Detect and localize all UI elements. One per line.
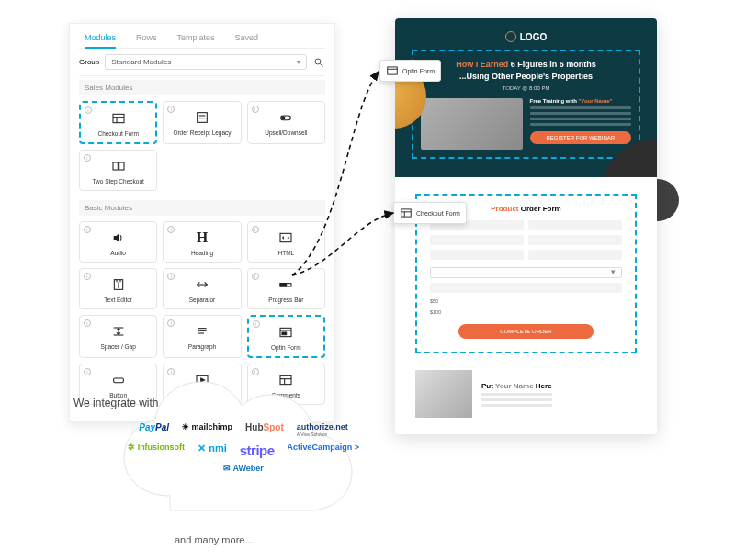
audio-icon — [108, 230, 129, 246]
steps-icon — [108, 158, 129, 174]
input-field[interactable] — [528, 250, 622, 260]
integrations-cloud: PayPal ✳ mailchimp HubSpot authorize.net… — [115, 367, 372, 523]
module-paragraph[interactable]: iParagraph — [163, 315, 241, 358]
heading-icon: H — [192, 230, 212, 246]
module-order-receipt[interactable]: iOrder Receipt Legacy — [163, 101, 241, 144]
module-text-editor[interactable]: iText Editor — [79, 268, 157, 309]
module-label: Order Receipt Legacy — [173, 129, 231, 136]
input-field[interactable] — [430, 283, 622, 293]
code-icon — [276, 230, 296, 246]
modules-panel: Modules Rows Templates Saved Group Stand… — [69, 23, 335, 422]
bio-section: Put Your Name Here — [395, 359, 657, 434]
brand-aweber: ✉ AWeber — [223, 464, 264, 473]
separator-icon — [192, 276, 212, 293]
brand-activecampaign: ActiveCampaign > — [288, 442, 359, 458]
hero-photo — [421, 98, 523, 150]
paragraph-icon — [192, 323, 212, 340]
drag-optin-form[interactable]: Optin Form — [379, 60, 441, 82]
brand-paypal: PayPal — [139, 422, 169, 437]
module-label: HTML — [277, 250, 294, 256]
module-label: Audio — [110, 250, 126, 256]
module-label: Spacer / Gap — [101, 343, 136, 350]
group-select[interactable]: Standard Modules — [105, 54, 307, 70]
tab-templates[interactable]: Templates — [177, 33, 215, 42]
country-select[interactable] — [430, 267, 622, 278]
input-field[interactable] — [430, 235, 524, 245]
brand-authorize: authorize.netA Visa Solution — [297, 422, 348, 437]
module-label: Progress Bar — [268, 297, 303, 303]
module-html[interactable]: iHTML — [247, 221, 325, 263]
module-label: Paragraph — [188, 343, 216, 350]
bio-lines — [481, 393, 552, 407]
drag-checkout-form[interactable]: Checkout Form — [393, 202, 467, 224]
headline: How I Earned 6 Figures in 6 months...Usi… — [421, 59, 631, 82]
svg-rect-12 — [280, 233, 291, 241]
category-basic: Basic Modules — [79, 200, 325, 216]
cta-complete-order[interactable]: COMPLETE ORDER — [458, 324, 593, 339]
svg-line-1 — [321, 63, 323, 66]
svg-rect-5 — [198, 113, 208, 123]
bio-title: Put Your Name Here — [481, 382, 552, 390]
input-field[interactable] — [430, 250, 524, 260]
search-icon[interactable] — [312, 56, 325, 69]
subheadline: TODAY @ 8:00 PM — [421, 85, 631, 91]
receipt-icon — [192, 109, 212, 126]
gap-icon — [108, 323, 129, 340]
tab-rows[interactable]: Rows — [136, 33, 157, 42]
tab-modules[interactable]: Modules — [85, 33, 116, 49]
svg-point-9 — [282, 117, 285, 119]
drag-label: Checkout Form — [416, 210, 460, 217]
module-label: Optin Form — [271, 344, 301, 351]
drag-label: Optin Form — [402, 68, 435, 74]
brand-infusionsoft: ✲ Infusionsoft — [128, 442, 185, 458]
svg-rect-32 — [401, 209, 412, 217]
svg-rect-11 — [119, 162, 123, 170]
grid-icon — [400, 207, 413, 219]
svg-point-0 — [315, 59, 321, 64]
brand-stripe: stripe — [240, 442, 275, 458]
module-label: Heading — [191, 250, 213, 256]
price-line: $100 — [430, 309, 622, 315]
progress-icon — [276, 276, 296, 293]
tab-saved[interactable]: Saved — [235, 33, 259, 42]
module-label: Checkout Form — [97, 130, 138, 137]
price-line: $50 — [430, 298, 622, 304]
svg-rect-2 — [113, 114, 124, 122]
module-spacer[interactable]: iSpacer / Gap — [79, 315, 157, 358]
cta-register[interactable]: REGISTER FOR WEBINAR — [530, 131, 632, 144]
module-label: Text Editor — [104, 297, 132, 303]
brand-hubspot: HubSpot — [245, 422, 284, 437]
module-two-step[interactable]: iTwo Step Checkout — [79, 150, 157, 191]
module-label: Two Step Checkout — [92, 178, 143, 185]
grid-icon — [108, 110, 129, 127]
input-field[interactable] — [528, 220, 622, 230]
text-icon — [108, 276, 129, 293]
logo: LOGO — [412, 31, 640, 42]
module-upsell[interactable]: iUpsell/Downsell — [247, 101, 325, 144]
optin-icon — [386, 64, 399, 77]
input-field[interactable] — [528, 235, 622, 245]
module-heading[interactable]: iHHeading — [163, 221, 241, 263]
module-label: Separator — [189, 297, 216, 303]
hero-dropzone[interactable]: How I Earned 6 Figures in 6 months...Usi… — [412, 50, 640, 159]
brand-nmi: ✕ nmi — [198, 442, 227, 458]
category-sales: Sales Modules — [79, 80, 325, 95]
svg-rect-24 — [282, 332, 287, 335]
sales-grid: iCheckout Form iOrder Receipt Legacy iUp… — [79, 95, 325, 196]
module-separator[interactable]: iSeparator — [163, 268, 241, 309]
group-row: Group Standard Modules — [79, 49, 325, 76]
module-optin-form[interactable]: iOptin Form — [247, 315, 325, 358]
module-audio[interactable]: iAudio — [79, 221, 157, 263]
panel-tabs: Modules Rows Templates Saved — [79, 29, 325, 49]
module-progress[interactable]: iProgress Bar — [247, 268, 325, 309]
svg-rect-10 — [113, 162, 118, 170]
brand-mailchimp: ✳ mailchimp — [182, 422, 232, 437]
avatar — [415, 370, 472, 418]
order-fields — [430, 220, 622, 260]
module-label: Upsell/Downsell — [265, 129, 307, 136]
module-checkout-form[interactable]: iCheckout Form — [79, 101, 157, 144]
optin-icon — [276, 324, 296, 341]
hero-section: LOGO How I Earned 6 Figures in 6 months.… — [395, 18, 657, 177]
svg-rect-30 — [388, 67, 398, 74]
hero-copy: Free Training with "Your Name" REGISTER … — [530, 98, 632, 150]
